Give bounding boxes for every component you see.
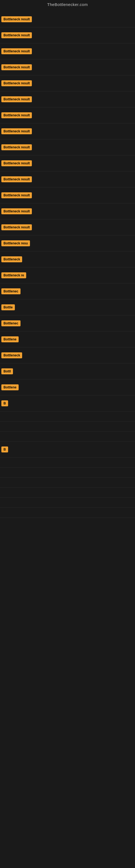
list-item: Bottlenec [0,315,135,332]
bottleneck-badge[interactable]: Bottleneck result [1,80,32,86]
bottleneck-badge[interactable]: Bottleneck result [1,128,32,134]
bottleneck-badge[interactable]: Bottleneck result [1,32,32,38]
bottleneck-badge[interactable]: Bottleneck [1,256,22,262]
bottleneck-badge[interactable]: Bottleneck result [1,144,32,150]
bottleneck-badge[interactable]: Bottleneck resu [1,240,30,246]
list-item: Bottleneck result [0,155,135,172]
bottleneck-badge[interactable]: Bottleneck result [1,96,32,102]
list-item: Bottleneck re [0,268,135,283]
list-item: Bottleneck result [0,123,135,140]
list-item: Bottleneck result [0,204,135,219]
list-item: Bottle [0,300,135,315]
list-item [0,411,135,422]
list-item: Bottlene [0,379,135,396]
list-item: Bottleneck result [0,75,135,91]
list-item: Bottleneck result [0,11,135,27]
bottleneck-badge[interactable]: Bottlene [1,384,18,390]
bottleneck-badge[interactable]: Bottleneck result [1,48,32,54]
list-item: Bottleneck [0,347,135,364]
list-item: Bottleneck result [0,59,135,75]
site-title: TheBottlenecker.com [47,2,88,7]
list-item: Bottl [0,364,135,379]
list-item [0,478,135,488]
bottleneck-badge[interactable]: Bottleneck result [1,64,32,70]
bottleneck-badge[interactable]: Bottle [1,304,15,310]
bottleneck-badge[interactable]: Bottlenec [1,288,20,294]
site-header: TheBottlenecker.com [0,0,135,10]
list-item: Bottleneck result [0,140,135,155]
list-item [0,508,135,518]
bottleneck-badge[interactable]: Bottleneck result [1,160,32,166]
list-item [0,458,135,468]
list-item [0,498,135,508]
list-item: Bottleneck result [0,172,135,187]
list-item: Bottleneck [0,251,135,268]
bottleneck-badge[interactable]: Bottleneck result [1,176,32,182]
list-item [0,432,135,442]
bottleneck-badge[interactable]: Bottleneck re [1,272,26,278]
list-item: Bottleneck result [0,91,135,107]
bottleneck-badge[interactable]: Bottleneck result [1,224,32,230]
list-item [0,422,135,432]
list-item: Bottlene [0,332,135,347]
bottleneck-badge[interactable]: Bottl [1,368,13,374]
items-container: Bottleneck resultBottleneck resultBottle… [0,10,135,518]
list-item: B [0,396,135,411]
bottleneck-badge[interactable]: Bottleneck [1,352,22,358]
list-item: B [0,442,135,458]
bottleneck-badge[interactable]: Bottlene [1,336,18,342]
list-item: Bottleneck result [0,27,135,43]
bottleneck-badge[interactable]: Bottleneck result [1,112,32,118]
list-item [0,468,135,478]
bottleneck-badge[interactable]: Bottlenec [1,320,20,326]
bottleneck-badge[interactable]: B [1,400,8,406]
bottleneck-badge[interactable]: B [1,446,8,453]
bottleneck-badge[interactable]: Bottleneck result [1,208,32,214]
list-item [0,488,135,498]
list-item: Bottleneck resu [0,236,135,251]
list-item: Bottleneck result [0,219,135,236]
bottleneck-badge[interactable]: Bottleneck result [1,192,32,198]
list-item: Bottleneck result [0,107,135,123]
list-item: Bottlenec [0,283,135,300]
list-item: Bottleneck result [0,43,135,59]
bottleneck-badge[interactable]: Bottleneck result [1,16,32,22]
list-item: Bottleneck result [0,187,135,204]
